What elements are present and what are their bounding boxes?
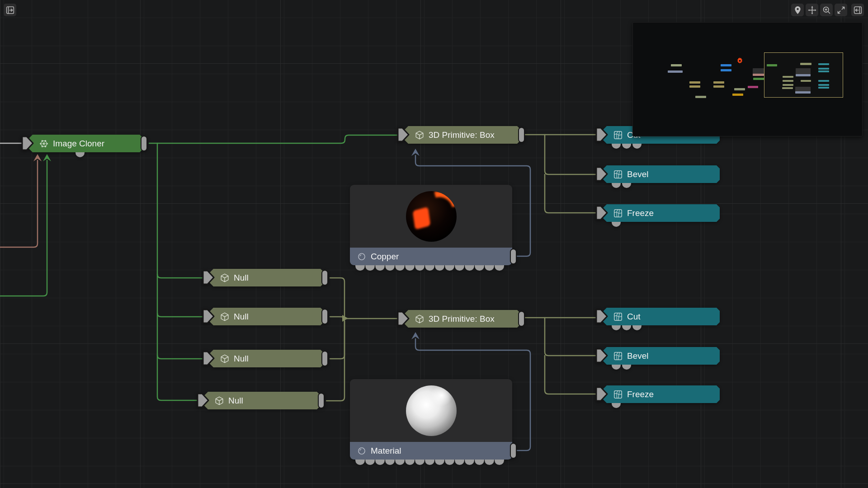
bottom-ports[interactable] bbox=[355, 265, 504, 271]
fracture-icon bbox=[613, 351, 623, 361]
node-label: Copper bbox=[371, 252, 399, 262]
output-port[interactable] bbox=[321, 270, 328, 286]
input-port[interactable] bbox=[396, 127, 410, 142]
node-bevel-top[interactable]: Bevel bbox=[601, 165, 720, 183]
node-freeze-top[interactable]: Freeze bbox=[601, 204, 720, 222]
node-material[interactable]: Material bbox=[350, 379, 512, 460]
node-null-4[interactable]: Null bbox=[202, 392, 320, 409]
node-freeze-bottom[interactable]: Freeze bbox=[601, 385, 720, 403]
input-port[interactable] bbox=[595, 205, 609, 221]
input-port[interactable] bbox=[196, 393, 210, 408]
fracture-icon bbox=[613, 208, 623, 218]
input-port[interactable] bbox=[595, 386, 609, 402]
input-port[interactable] bbox=[21, 136, 34, 151]
node-image-cloner-body[interactable]: Image Cloner bbox=[27, 135, 143, 152]
bottom-ports[interactable] bbox=[355, 460, 504, 465]
output-port[interactable] bbox=[141, 136, 147, 151]
fracture-icon bbox=[613, 169, 623, 179]
cube-icon bbox=[220, 312, 230, 322]
input-port[interactable] bbox=[202, 309, 215, 324]
node-label: Null bbox=[234, 273, 249, 283]
open-left-panel-button[interactable] bbox=[4, 4, 16, 16]
node-null-1[interactable]: Null bbox=[208, 269, 324, 286]
cube-icon bbox=[220, 354, 230, 364]
gear-icon bbox=[736, 57, 744, 65]
node-label: Null bbox=[234, 312, 249, 322]
material-title-bar[interactable]: Material bbox=[350, 442, 512, 460]
output-port[interactable] bbox=[510, 249, 517, 264]
bottom-ports[interactable] bbox=[75, 152, 85, 157]
bottom-ports[interactable] bbox=[612, 325, 642, 330]
copper-preview-sphere bbox=[406, 191, 457, 242]
material-preview bbox=[350, 379, 512, 442]
cloner-icon bbox=[39, 139, 49, 149]
zoom-in-button[interactable] bbox=[820, 4, 833, 16]
fracture-icon bbox=[613, 130, 623, 140]
node-box-bottom-body[interactable]: 3D Primitive: Box bbox=[402, 310, 520, 328]
node-box-bottom[interactable]: 3D Primitive: Box bbox=[402, 310, 520, 328]
node-label: Material bbox=[371, 446, 401, 456]
bottom-ports[interactable] bbox=[612, 365, 631, 370]
top-right-toolbar bbox=[791, 4, 864, 16]
output-port[interactable] bbox=[321, 309, 328, 324]
material-preview-sphere bbox=[406, 385, 457, 436]
zoom-in-icon bbox=[822, 5, 831, 15]
node-box-top[interactable]: 3D Primitive: Box bbox=[402, 126, 520, 144]
input-port[interactable] bbox=[396, 311, 410, 326]
cube-icon bbox=[415, 130, 425, 140]
output-port[interactable] bbox=[318, 393, 325, 408]
input-port[interactable] bbox=[202, 351, 215, 366]
input-port[interactable] bbox=[595, 166, 609, 182]
fracture-icon bbox=[613, 389, 623, 399]
node-box-top-body[interactable]: 3D Primitive: Box bbox=[402, 126, 520, 144]
node-label: 3D Primitive: Box bbox=[429, 314, 495, 324]
node-label: 3D Primitive: Box bbox=[429, 130, 495, 140]
minimap[interactable] bbox=[632, 22, 863, 136]
bottom-ports[interactable] bbox=[612, 144, 642, 149]
node-label: Bevel bbox=[627, 169, 649, 179]
cube-icon bbox=[220, 273, 230, 283]
collapse-right-panel-icon bbox=[853, 5, 863, 15]
node-label: Freeze bbox=[627, 389, 654, 399]
copper-preview bbox=[350, 185, 512, 248]
node-label: Freeze bbox=[627, 208, 654, 218]
node-image-cloner[interactable]: Image Cloner bbox=[27, 135, 143, 152]
open-left-panel-icon bbox=[5, 5, 15, 15]
sphere-icon bbox=[357, 446, 366, 455]
expand-view-icon bbox=[836, 5, 846, 15]
minimap-viewport[interactable] bbox=[764, 52, 843, 98]
cube-icon bbox=[415, 314, 425, 324]
pan-button[interactable] bbox=[806, 4, 818, 16]
node-cut-bottom[interactable]: Cut bbox=[601, 308, 720, 325]
node-label: Image Cloner bbox=[53, 139, 104, 149]
node-label: Null bbox=[228, 396, 243, 406]
pan-move-icon bbox=[807, 5, 817, 15]
bottom-ports[interactable] bbox=[612, 403, 621, 408]
input-port[interactable] bbox=[595, 348, 609, 363]
node-label: Cut bbox=[627, 312, 641, 322]
collapse-right-panel-button[interactable] bbox=[851, 4, 864, 16]
cube-icon bbox=[214, 396, 224, 406]
locate-button[interactable] bbox=[791, 4, 804, 16]
copper-title-bar[interactable]: Copper bbox=[350, 248, 512, 265]
node-null-2[interactable]: Null bbox=[208, 308, 324, 325]
output-port[interactable] bbox=[510, 443, 517, 459]
output-port[interactable] bbox=[518, 311, 525, 327]
output-port[interactable] bbox=[321, 351, 328, 366]
input-port[interactable] bbox=[595, 127, 609, 142]
location-pin-icon bbox=[793, 5, 802, 15]
bottom-ports[interactable] bbox=[612, 183, 631, 188]
node-null-3[interactable]: Null bbox=[208, 350, 324, 367]
output-port[interactable] bbox=[518, 127, 525, 143]
input-port[interactable] bbox=[595, 309, 609, 324]
node-label: Bevel bbox=[627, 351, 649, 361]
node-bevel-bottom[interactable]: Bevel bbox=[601, 347, 720, 365]
sphere-icon bbox=[357, 252, 366, 261]
node-label: Null bbox=[234, 354, 249, 364]
bottom-ports[interactable] bbox=[612, 222, 621, 227]
fracture-icon bbox=[613, 312, 623, 322]
expand-view-button[interactable] bbox=[835, 4, 847, 16]
view-tools-group bbox=[791, 4, 847, 16]
input-port[interactable] bbox=[202, 270, 215, 285]
node-copper[interactable]: Copper bbox=[350, 185, 512, 265]
